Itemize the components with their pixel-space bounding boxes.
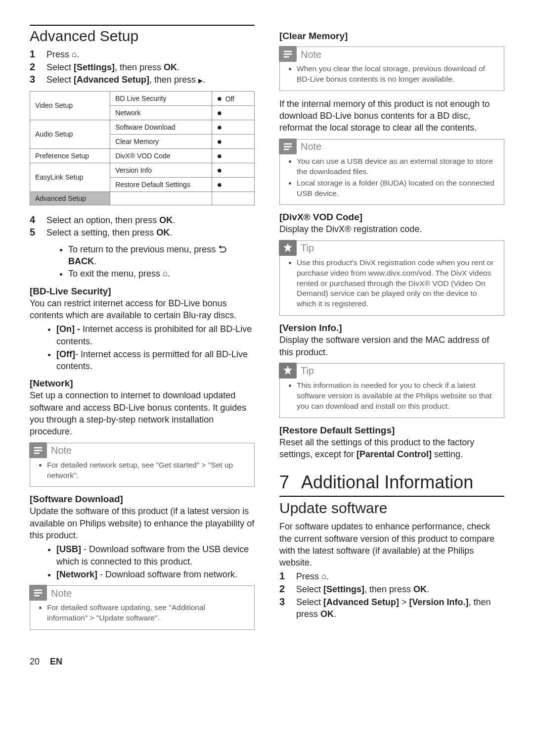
chapter-heading: 7Additional Information: [279, 470, 504, 493]
svg-rect-1: [34, 450, 43, 451]
note-icon: [279, 139, 297, 154]
svg-rect-7: [284, 53, 292, 55]
home-icon: ⌂: [72, 49, 77, 60]
svg-rect-5: [34, 595, 40, 597]
restore-text: Reset all the settings of this product t…: [279, 436, 504, 461]
svg-marker-12: [283, 243, 292, 252]
note-box-clearmem-1: Note When you clear the local storage, p…: [279, 47, 504, 91]
divx-text: Display the DivX® registration code.: [279, 223, 504, 235]
steps-4-5: 4 Select an option, then press OK. 5 Sel…: [30, 214, 255, 239]
tip-icon: [279, 240, 297, 256]
page: Advanced Setup 1 Press ⌂. 2 Select [Sett…: [30, 25, 504, 637]
version-text: Display the software version and the MAC…: [279, 334, 504, 358]
menu-advanced-setup: Advanced Setup: [30, 191, 110, 205]
option-version-info: Version Info: [110, 163, 212, 177]
page-footer: 20 EN: [30, 657, 504, 667]
option-software-download: Software Download: [110, 120, 212, 134]
divx-heading: [DivX® VOD Code]: [279, 212, 504, 223]
svg-rect-6: [284, 51, 292, 52]
bdlive-text: You can restrict internet access for BD-…: [30, 297, 255, 322]
swdl-heading: [Software Download]: [30, 494, 255, 505]
svg-rect-9: [284, 143, 292, 144]
note-icon: [279, 46, 297, 62]
note-box-clearmem-2: Note You can use a USB device as an exte…: [279, 139, 504, 205]
home-icon: ⌂: [163, 268, 168, 280]
clearmem-text: If the internal memory of this product i…: [279, 98, 504, 134]
network-heading: [Network]: [30, 378, 255, 389]
restore-heading: [Restore Default Settings]: [279, 425, 504, 436]
language-code: EN: [50, 657, 62, 666]
network-text: Set up a connection to internet to downl…: [30, 389, 255, 437]
back-icon: [218, 244, 227, 254]
option-bd-live-security: BD Live Security: [110, 91, 212, 105]
menu-audio-setup: Audio Setup: [30, 120, 110, 148]
page-number: 20: [30, 657, 40, 666]
note-icon: [29, 442, 47, 458]
right-column: [Clear Memory] Note When you clear the l…: [279, 25, 504, 637]
note-icon: [29, 585, 47, 601]
option-divx-vod-code: DivX® VOD Code: [110, 148, 212, 163]
clearmem-heading: [Clear Memory]: [279, 31, 504, 42]
bdlive-heading: [BD-Live Security]: [30, 286, 255, 297]
note-box-network: Note For detailed network setup, see "Ge…: [30, 443, 255, 487]
play-icon: [198, 75, 203, 85]
left-column: Advanced Setup 1 Press ⌂. 2 Select [Sett…: [30, 25, 255, 637]
settings-menu-table: Video Setup BD Live Security ●Off Networ…: [30, 91, 255, 205]
tip-box-version: Tip This information is needed for you t…: [279, 363, 504, 418]
option-clear-memory: Clear Memory: [110, 134, 212, 148]
steps-1-3: 1 Press ⌂. 2 Select [Settings], then pre…: [30, 48, 255, 86]
home-icon: ⌂: [321, 571, 326, 582]
menu-video-setup: Video Setup: [30, 91, 110, 120]
svg-rect-0: [34, 447, 43, 448]
update-software-text: For software updates to enhance performa…: [279, 520, 504, 568]
note-box-swdl: Note For detailed software updating, see…: [30, 585, 255, 630]
swdl-text: Update the software of this product (if …: [30, 505, 255, 541]
version-heading: [Version Info.]: [279, 323, 504, 333]
menu-easylink-setup: EasyLink Setup: [30, 163, 110, 191]
svg-marker-13: [283, 366, 292, 375]
option-network: Network: [110, 105, 212, 120]
menu-preference-setup: Preference Setup: [30, 148, 110, 163]
steps-update: 1 Press ⌂. 2 Select [Settings], then pre…: [279, 570, 504, 620]
tip-box-divx: Tip Use this product's DivX registration…: [279, 240, 504, 316]
svg-rect-10: [284, 146, 292, 147]
svg-rect-11: [284, 148, 289, 150]
advanced-setup-heading: Advanced Setup: [30, 25, 255, 45]
svg-rect-4: [34, 592, 43, 594]
svg-rect-2: [34, 452, 40, 454]
svg-rect-3: [34, 590, 43, 591]
swdl-list: [USB] - Download software from the USB d…: [56, 543, 255, 580]
svg-rect-8: [284, 56, 289, 58]
tip-icon: [279, 363, 297, 378]
bdlive-list: [On] - Internet access is prohibited for…: [56, 323, 255, 372]
option-restore-default: Restore Default Settings: [110, 177, 212, 191]
update-software-heading: Update software: [279, 496, 504, 517]
